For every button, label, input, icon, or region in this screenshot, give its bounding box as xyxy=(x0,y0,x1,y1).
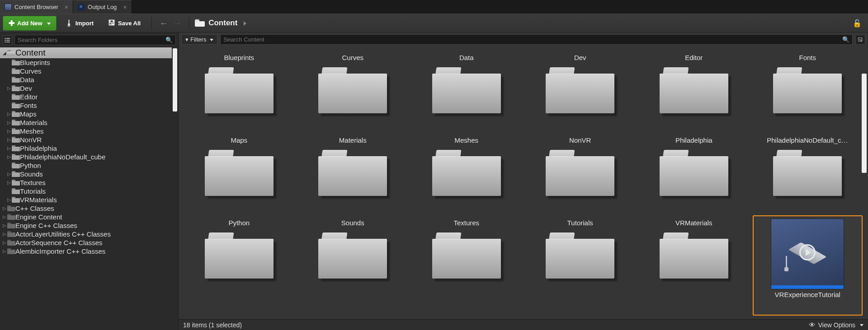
lock-icon[interactable]: 🔓 xyxy=(849,19,865,28)
tree-item[interactable]: ◢ Content xyxy=(0,47,172,58)
tree-item[interactable]: Python xyxy=(0,161,172,170)
save-all-button[interactable]: 🖫 Save All xyxy=(103,16,146,30)
close-icon[interactable]: × xyxy=(123,4,127,11)
toggle-sources-button[interactable] xyxy=(2,35,12,45)
expander-icon[interactable]: ▷ xyxy=(6,172,12,177)
expander-icon[interactable]: ▷ xyxy=(6,112,12,116)
tree-item[interactable]: Data xyxy=(0,75,172,84)
tree-item[interactable]: ▷ Sounds xyxy=(0,170,172,178)
close-icon[interactable]: × xyxy=(65,4,68,11)
tile-label: PhiladelphiaNoDefault_cube xyxy=(767,136,848,145)
content-search[interactable]: 🔍 xyxy=(220,34,853,45)
folder-tile[interactable]: Editor xyxy=(639,50,749,131)
save-search-button[interactable]: 🖫 xyxy=(855,35,865,45)
tile-label: NonVR xyxy=(569,136,591,145)
tree-item-label: Data xyxy=(20,76,34,84)
folder-tile[interactable]: Textures xyxy=(411,215,522,316)
back-button[interactable]: ← xyxy=(157,18,170,28)
tree-item[interactable]: ▷ C++ Classes xyxy=(0,204,172,213)
folder-tile[interactable]: Data xyxy=(411,50,522,131)
expander-icon[interactable]: ▷ xyxy=(6,120,12,125)
content-search-input[interactable] xyxy=(223,36,842,43)
svg-rect-1 xyxy=(6,38,10,39)
folder-icon xyxy=(658,148,730,198)
import-button[interactable]: ⭳ Import xyxy=(60,16,99,30)
breadcrumb[interactable]: Content xyxy=(195,19,246,28)
tree-item[interactable]: ▷ ActorSequence C++ Classes xyxy=(0,238,172,247)
folder-tile[interactable]: Materials xyxy=(298,133,408,214)
folder-search-input[interactable] xyxy=(18,37,165,43)
scrollbar-thumb[interactable] xyxy=(862,74,867,173)
tree-item[interactable]: Blueprints xyxy=(0,58,172,67)
chevron-right-icon[interactable] xyxy=(241,19,246,28)
folder-tile[interactable]: Fonts xyxy=(753,50,863,131)
asset-tile[interactable]: VRExperienceTutorial xyxy=(753,215,863,316)
tile-label: Curves xyxy=(342,54,363,63)
tree-item[interactable]: Tutorials xyxy=(0,187,172,195)
expander-icon[interactable]: ▷ xyxy=(2,206,7,211)
expander-icon[interactable]: ▷ xyxy=(6,86,12,91)
asset-grid[interactable]: Blueprints Curves Data Dev Editor Fonts … xyxy=(179,46,868,319)
tree-item-label: Maps xyxy=(20,110,37,118)
folder-tile[interactable]: Curves xyxy=(298,50,408,131)
expander-icon[interactable]: ▷ xyxy=(6,197,12,202)
tree-item[interactable]: ▷ VRMaterials xyxy=(0,195,172,204)
tree-item[interactable]: ▷ Meshes xyxy=(0,127,172,135)
expander-icon[interactable]: ▷ xyxy=(6,154,12,159)
tree-item-label: Curves xyxy=(20,67,42,75)
tree-item[interactable]: ▷ ActorLayerUtilities C++ Classes xyxy=(0,230,172,238)
expander-icon[interactable]: ▷ xyxy=(2,232,7,237)
folder-tile[interactable]: Meshes xyxy=(411,133,522,214)
tree-item[interactable]: ▷ Engine Content xyxy=(0,213,172,221)
tree-item[interactable]: ▷ Materials xyxy=(0,118,172,127)
chevron-down-icon xyxy=(858,321,863,329)
expander-icon[interactable]: ◢ xyxy=(2,51,7,56)
tree-item[interactable]: ▷ AlembicImporter C++ Classes xyxy=(0,247,172,256)
folder-tile[interactable]: Tutorials xyxy=(525,215,636,316)
tree-item[interactable]: Fonts xyxy=(0,101,172,110)
expander-icon[interactable]: ▷ xyxy=(2,223,7,228)
folder-tile[interactable]: NonVR xyxy=(525,133,636,214)
folder-icon xyxy=(430,148,503,198)
folder-tile[interactable]: Blueprints xyxy=(184,50,294,131)
tree-item[interactable]: Editor xyxy=(0,93,172,101)
tree-item[interactable]: ▷ Dev xyxy=(0,84,172,93)
expander-icon[interactable]: ▷ xyxy=(6,146,12,151)
breadcrumb-root[interactable]: Content xyxy=(208,19,237,28)
expander-icon[interactable]: ▷ xyxy=(2,249,7,254)
status-bar: 18 items (1 selected) 👁 View Options xyxy=(179,319,868,330)
folder-tile[interactable]: Python xyxy=(184,215,294,316)
tree-item[interactable]: ▷ Philadelphia xyxy=(0,144,172,153)
tab-content-browser[interactable]: Content Browser × xyxy=(0,0,73,14)
tree-item[interactable]: ▷ PhiladelphiaNoDefault_cube xyxy=(0,153,172,161)
expander-icon[interactable]: ▷ xyxy=(2,240,7,245)
folder-icon xyxy=(7,223,15,228)
folder-tile[interactable]: Maps xyxy=(184,133,294,214)
folder-tile[interactable]: Sounds xyxy=(298,215,408,316)
history-nav: ← → xyxy=(157,18,184,28)
tree-item[interactable]: ▷ Textures xyxy=(0,178,172,187)
add-new-button[interactable]: ✚ Add New xyxy=(3,16,57,31)
expander-icon[interactable]: ▷ xyxy=(2,214,7,219)
tree-item[interactable]: ▷ Engine C++ Classes xyxy=(0,221,172,230)
tree-item-label: Meshes xyxy=(20,127,44,135)
tree-item[interactable]: ▷ NonVR xyxy=(0,135,172,144)
folder-tile[interactable]: VRMaterials xyxy=(639,215,749,316)
view-options-button[interactable]: 👁 View Options xyxy=(809,321,863,329)
tree-item[interactable]: ▷ Maps xyxy=(0,110,172,118)
folder-icon xyxy=(544,231,616,280)
expander-icon[interactable]: ▷ xyxy=(6,180,12,185)
forward-button[interactable]: → xyxy=(171,18,184,28)
folder-tile[interactable]: Philadelphia xyxy=(639,133,749,214)
tab-output-log[interactable]: Output Log × xyxy=(73,0,132,14)
folder-search[interactable]: 🔍 xyxy=(14,35,176,45)
expander-icon[interactable]: ▷ xyxy=(6,129,12,134)
folder-tile[interactable]: PhiladelphiaNoDefault_cube xyxy=(753,133,863,214)
folder-tree[interactable]: ◢ Content Blueprints Curves Data▷ Dev Ed… xyxy=(0,47,178,330)
expander-icon[interactable]: ▷ xyxy=(6,137,12,142)
filters-button[interactable]: ▾ Filters xyxy=(181,34,217,45)
tree-item[interactable]: Curves xyxy=(0,67,172,75)
scrollbar-thumb[interactable] xyxy=(173,48,177,112)
folder-tile[interactable]: Dev xyxy=(525,50,636,131)
folder-icon xyxy=(658,65,730,115)
